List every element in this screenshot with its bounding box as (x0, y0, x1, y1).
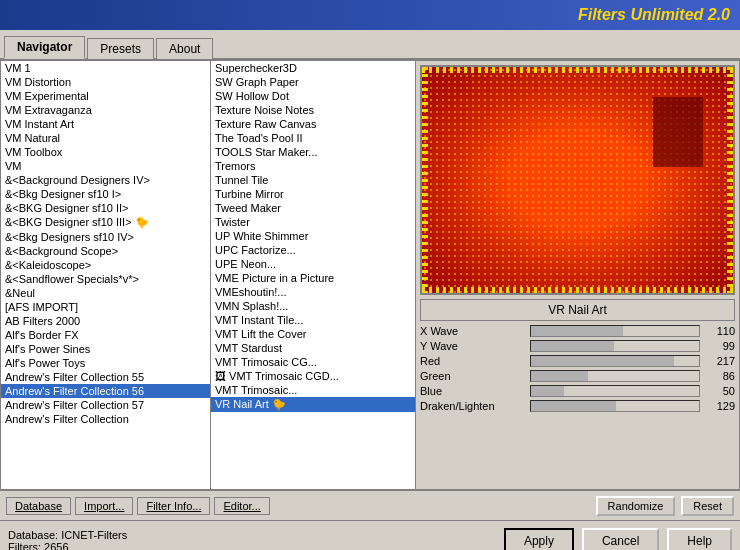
reset-button[interactable]: Reset (681, 496, 734, 516)
middle-filter-item[interactable]: TOOLS Star Maker... (211, 145, 415, 159)
left-filter-list[interactable]: VM 1VM DistortionVM ExperimentalVM Extra… (1, 61, 211, 489)
slider-value: 129 (700, 400, 735, 412)
editor-button[interactable]: Editor... (214, 497, 269, 515)
slider-value: 86 (700, 370, 735, 382)
tab-presets[interactable]: Presets (87, 38, 154, 59)
left-filter-item[interactable]: VM Distortion (1, 75, 210, 89)
status-bar: Database: ICNET-Filters Filters: 2656 Ap… (0, 520, 740, 550)
filter-info-button[interactable]: Filter Info... (137, 497, 210, 515)
slider-label: Y Wave (420, 340, 530, 352)
middle-filter-item[interactable]: Twister (211, 215, 415, 229)
left-filter-item[interactable]: VM (1, 159, 210, 173)
left-filter-item[interactable]: VM Toolbox (1, 145, 210, 159)
slider-fill (531, 341, 614, 351)
slider-row: Red217 (420, 355, 735, 367)
middle-filter-item[interactable]: Texture Noise Notes (211, 103, 415, 117)
left-filter-item[interactable]: Andrew's Filter Collection 56 (1, 384, 210, 398)
middle-filter-item[interactable]: VMN Splash!... (211, 299, 415, 313)
left-filter-item[interactable]: Alf's Power Toys (1, 356, 210, 370)
middle-filter-item[interactable]: VMT Stardust (211, 341, 415, 355)
left-filter-item[interactable]: &<Bkg Designer sf10 I> (1, 187, 210, 201)
middle-filter-item[interactable]: Tremors (211, 159, 415, 173)
middle-filter-item[interactable]: VME Picture in a Picture (211, 271, 415, 285)
right-panel: VR Nail Art X Wave110Y Wave99Red217Green… (416, 61, 739, 489)
middle-filter-item[interactable]: SW Hollow Dot (211, 89, 415, 103)
slider-label: Green (420, 370, 530, 382)
cancel-button[interactable]: Cancel (582, 528, 659, 551)
slider-track[interactable] (530, 355, 700, 367)
middle-filter-item[interactable]: UP White Shimmer (211, 229, 415, 243)
slider-fill (531, 326, 623, 336)
slider-track[interactable] (530, 325, 700, 337)
middle-filter-list[interactable]: Superchecker3DSW Graph PaperSW Hollow Do… (211, 61, 416, 489)
preview-border-right (727, 67, 733, 293)
slider-row: Green86 (420, 370, 735, 382)
preview-border-bottom (422, 287, 733, 293)
middle-filter-item[interactable]: VR Nail Art 🐤 (211, 397, 415, 412)
left-filter-item[interactable]: &<Background Designers IV> (1, 173, 210, 187)
slider-track[interactable] (530, 370, 700, 382)
slider-label: X Wave (420, 325, 530, 337)
apply-button[interactable]: Apply (504, 528, 574, 551)
database-button[interactable]: Database (6, 497, 71, 515)
slider-track[interactable] (530, 340, 700, 352)
left-filter-item[interactable]: Alf's Border FX (1, 328, 210, 342)
left-filter-item[interactable]: VM Extravaganza (1, 103, 210, 117)
slider-row: Y Wave99 (420, 340, 735, 352)
middle-filter-item[interactable]: Turbine Mirror (211, 187, 415, 201)
database-value: ICNET-Filters (61, 529, 127, 541)
left-filter-item[interactable]: &<Bkg Designers sf10 IV> (1, 230, 210, 244)
middle-filter-item[interactable]: UPE Neon... (211, 257, 415, 271)
app-title: Filters Unlimited 2.0 (578, 6, 730, 24)
left-filter-item[interactable]: &Neul (1, 286, 210, 300)
left-filter-item[interactable]: &<Kaleidoscope> (1, 258, 210, 272)
slider-value: 110 (700, 325, 735, 337)
left-filter-item[interactable]: Andrew's Filter Collection 55 (1, 370, 210, 384)
tab-navigator[interactable]: Navigator (4, 36, 85, 59)
filters-value: 2656 (44, 541, 68, 551)
middle-filter-item[interactable]: Tunnel Tile (211, 173, 415, 187)
left-filter-item[interactable]: [AFS IMPORT] (1, 300, 210, 314)
help-button[interactable]: Help (667, 528, 732, 551)
left-filter-item[interactable]: VM 1 (1, 61, 210, 75)
filters-label: Filters: (8, 541, 41, 551)
middle-filter-item[interactable]: Tweed Maker (211, 201, 415, 215)
left-filter-item[interactable]: &<Background Scope> (1, 244, 210, 258)
slider-row: Draken/Lighten129 (420, 400, 735, 412)
middle-filter-item[interactable]: VMT Trimosaic CG... (211, 355, 415, 369)
middle-filter-item[interactable]: Superchecker3D (211, 61, 415, 75)
middle-filter-item[interactable]: 🖼 VMT Trimosaic CGD... (211, 369, 415, 383)
middle-filter-item[interactable]: VMT Lift the Cover (211, 327, 415, 341)
slider-track[interactable] (530, 385, 700, 397)
left-filter-item[interactable]: &<Sandflower Specials*v*> (1, 272, 210, 286)
middle-filter-item[interactable]: Texture Raw Canvas (211, 117, 415, 131)
left-filter-item[interactable]: Andrew's Filter Collection (1, 412, 210, 426)
middle-filter-item[interactable]: VMT Trimosaic... (211, 383, 415, 397)
slider-value: 217 (700, 355, 735, 367)
slider-track[interactable] (530, 400, 700, 412)
left-filter-item[interactable]: Alf's Power Sines (1, 342, 210, 356)
left-filter-item[interactable]: Andrew's Filter Collection 57 (1, 398, 210, 412)
randomize-button[interactable]: Randomize (596, 496, 676, 516)
left-filter-item[interactable]: VM Instant Art (1, 117, 210, 131)
left-filter-item[interactable]: &<BKG Designer sf10 II> (1, 201, 210, 215)
tab-about[interactable]: About (156, 38, 213, 59)
left-filter-item[interactable]: VM Natural (1, 131, 210, 145)
slider-fill (531, 386, 564, 396)
left-filter-item[interactable]: AB Filters 2000 (1, 314, 210, 328)
middle-filter-item[interactable]: VMEshoutin!... (211, 285, 415, 299)
left-filter-item[interactable]: &<BKG Designer sf10 III> 🐤 (1, 215, 210, 230)
middle-filter-item[interactable]: VMT Instant Tile... (211, 313, 415, 327)
slider-label: Red (420, 355, 530, 367)
preview-border-left (422, 67, 428, 293)
preview-canvas (422, 67, 733, 293)
middle-filter-item[interactable]: UPC Factorize... (211, 243, 415, 257)
left-filter-item[interactable]: VM Experimental (1, 89, 210, 103)
middle-filter-item[interactable]: SW Graph Paper (211, 75, 415, 89)
title-bar: Filters Unlimited 2.0 (0, 0, 740, 30)
slider-label: Draken/Lighten (420, 400, 530, 412)
import-button[interactable]: Import... (75, 497, 133, 515)
middle-filter-item[interactable]: The Toad's Pool II (211, 131, 415, 145)
status-text: Database: ICNET-Filters Filters: 2656 (8, 529, 496, 551)
filter-name-text: VR Nail Art (548, 303, 607, 317)
